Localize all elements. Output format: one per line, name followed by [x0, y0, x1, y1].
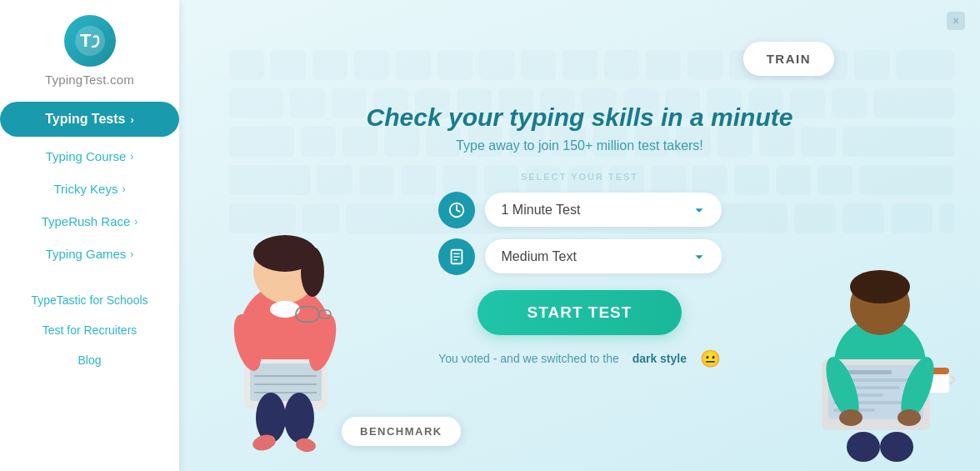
- svg-rect-18: [896, 50, 954, 80]
- sidebar-item-label: Test for Recruiters: [42, 323, 138, 337]
- start-test-button[interactable]: START TEST: [478, 290, 682, 335]
- svg-rect-8: [479, 50, 514, 80]
- svg-point-93: [850, 270, 910, 303]
- sidebar-item-tricky-keys[interactable]: Tricky Keys ›: [0, 173, 179, 205]
- sidebar-item-typerush-race[interactable]: TypeRush Race ›: [0, 205, 179, 238]
- svg-rect-3: [271, 50, 306, 80]
- svg-rect-11: [604, 50, 639, 80]
- sidebar: T TypingTest.com Typing Tests › Typing C…: [0, 0, 179, 471]
- svg-rect-9: [521, 50, 556, 80]
- svg-rect-17: [854, 50, 889, 80]
- svg-rect-6: [396, 50, 431, 80]
- main-title: Check your typing skills in a minute: [367, 103, 793, 132]
- sidebar-item-label: Typing Games: [46, 247, 127, 261]
- sidebar-item-test-recruiters[interactable]: Test for Recruiters: [0, 315, 179, 345]
- sidebar-item-blog[interactable]: Blog: [0, 345, 179, 375]
- svg-rect-79: [250, 363, 322, 401]
- text-type-select[interactable]: Medium Text Easy Text Hard Text: [485, 239, 722, 273]
- svg-point-107: [898, 409, 921, 426]
- svg-point-84: [284, 393, 314, 443]
- sidebar-item-label: TypeTastic for Schools: [31, 293, 148, 307]
- benchmark-badge[interactable]: BENCHMARK: [342, 417, 461, 446]
- svg-rect-13: [688, 50, 722, 80]
- svg-rect-7: [438, 50, 472, 80]
- svg-point-108: [847, 432, 880, 462]
- logo-brand: TypingTest: [45, 73, 107, 87]
- chevron-right-icon: ›: [130, 151, 133, 163]
- svg-rect-10: [562, 50, 598, 80]
- main-subtitle: Type away to join 150+ million test take…: [456, 138, 703, 153]
- sidebar-item-label: Blog: [78, 353, 101, 367]
- logo-icon: T: [74, 25, 106, 57]
- sidebar-item-label: Typing Course: [46, 149, 127, 163]
- duration-select[interactable]: 1 Minute Test 2 Minute Test 5 Minute Tes…: [485, 193, 722, 227]
- logo-text: TypingTest.com: [45, 73, 134, 87]
- text-type-row: Medium Text Easy Text Hard Text: [438, 238, 722, 275]
- select-label: SELECT YOUR TEST: [521, 172, 638, 182]
- clock-icon: [438, 192, 475, 228]
- svg-point-83: [256, 393, 286, 443]
- chevron-right-icon: ›: [122, 183, 125, 195]
- svg-rect-12: [646, 50, 681, 80]
- sidebar-item-typing-tests[interactable]: Typing Tests ›: [0, 102, 179, 137]
- svg-rect-5: [354, 50, 389, 80]
- sidebar-nav: Typing Tests › Typing Course › Tricky Ke…: [0, 102, 179, 375]
- dropdowns-container: 1 Minute Test 2 Minute Test 5 Minute Tes…: [438, 192, 722, 275]
- svg-rect-4: [312, 50, 348, 80]
- close-icon: ×: [952, 14, 959, 28]
- logo: T TypingTest.com: [45, 15, 134, 87]
- right-person-illustration: [797, 230, 963, 467]
- svg-point-109: [880, 432, 913, 462]
- left-person-illustration: [204, 197, 367, 458]
- chevron-right-icon: ›: [130, 113, 133, 126]
- main-area: ×: [179, 0, 980, 471]
- svg-rect-2: [229, 50, 264, 80]
- emoji-icon: 😐: [700, 348, 721, 368]
- sidebar-item-label: Tricky Keys: [54, 182, 118, 196]
- document-icon: [438, 238, 475, 275]
- svg-point-75: [301, 247, 324, 297]
- sidebar-item-label: TypeRush Race: [42, 214, 131, 228]
- sidebar-item-typing-course[interactable]: Typing Course ›: [0, 140, 179, 173]
- chevron-right-icon: ›: [130, 248, 133, 260]
- sidebar-item-typing-games[interactable]: Typing Games ›: [0, 238, 179, 270]
- dark-style-text: You voted - and we switched to the: [438, 352, 619, 365]
- dark-style-note: You voted - and we switched to the dark …: [438, 348, 721, 368]
- sidebar-item-label: Typing Tests: [45, 112, 125, 127]
- sidebar-item-typetastic[interactable]: TypeTastic for Schools: [0, 285, 179, 315]
- dark-style-bold: dark style: [632, 352, 687, 365]
- train-badge[interactable]: TRAIN: [743, 42, 834, 76]
- duration-row: 1 Minute Test 2 Minute Test 5 Minute Tes…: [438, 192, 722, 228]
- close-button[interactable]: ×: [947, 12, 965, 30]
- svg-text:T: T: [80, 30, 92, 51]
- train-label: TRAIN: [767, 52, 811, 66]
- benchmark-label: BENCHMARK: [360, 425, 442, 438]
- logo-suffix: .com: [107, 73, 134, 87]
- logo-circle: T: [64, 15, 116, 67]
- chevron-right-icon: ›: [134, 216, 138, 228]
- svg-point-106: [839, 409, 862, 426]
